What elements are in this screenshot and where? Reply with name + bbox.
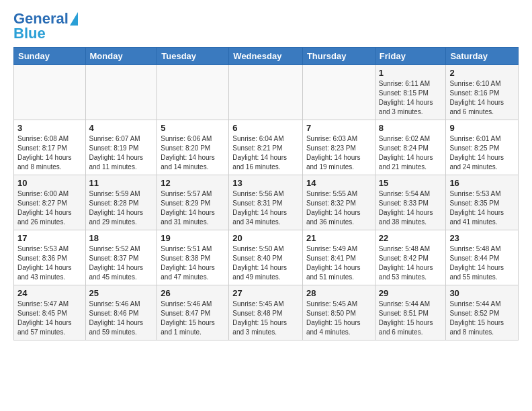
day-info: Sunrise: 5:46 AM Sunset: 8:46 PM Dayligh… [89,300,154,337]
calendar-cell: 24Sunrise: 5:47 AM Sunset: 8:45 PM Dayli… [14,285,86,340]
logo-text-blue: Blue [13,26,46,42]
day-number: 6 [232,123,299,133]
day-number: 11 [89,178,154,188]
calendar-cell: 17Sunrise: 5:53 AM Sunset: 8:36 PM Dayli… [14,230,86,285]
day-info: Sunrise: 5:57 AM Sunset: 8:29 PM Dayligh… [161,189,225,227]
calendar-cell: 27Sunrise: 5:45 AM Sunset: 8:48 PM Dayli… [229,285,303,340]
calendar-cell [157,65,229,120]
calendar-cell [302,65,375,120]
day-info: Sunrise: 5:50 AM Sunset: 8:40 PM Dayligh… [232,244,299,282]
calendar-week-row: 10Sunrise: 6:00 AM Sunset: 8:27 PM Dayli… [14,175,519,230]
day-number: 4 [89,123,154,133]
calendar-cell: 15Sunrise: 5:54 AM Sunset: 8:33 PM Dayli… [375,175,446,230]
day-info: Sunrise: 6:10 AM Sunset: 8:16 PM Dayligh… [449,79,515,117]
day-info: Sunrise: 5:46 AM Sunset: 8:47 PM Dayligh… [161,300,225,337]
calendar-cell: 22Sunrise: 5:48 AM Sunset: 8:42 PM Dayli… [375,230,446,285]
calendar-cell: 4Sunrise: 6:07 AM Sunset: 8:19 PM Daylig… [85,120,157,175]
day-number: 28 [306,288,371,298]
weekday-header-saturday: Saturday [446,48,519,65]
calendar-cell: 23Sunrise: 5:48 AM Sunset: 8:44 PM Dayli… [446,230,519,285]
calendar-table: SundayMondayTuesdayWednesdayThursdayFrid… [13,47,519,340]
day-info: Sunrise: 6:03 AM Sunset: 8:23 PM Dayligh… [306,134,371,172]
day-info: Sunrise: 5:44 AM Sunset: 8:51 PM Dayligh… [379,300,443,337]
calendar-cell: 11Sunrise: 5:59 AM Sunset: 8:28 PM Dayli… [85,175,157,230]
day-info: Sunrise: 6:01 AM Sunset: 8:25 PM Dayligh… [449,134,515,172]
calendar-cell [229,65,303,120]
weekday-header-wednesday: Wednesday [229,48,303,65]
calendar-cell [14,65,86,120]
calendar-week-row: 17Sunrise: 5:53 AM Sunset: 8:36 PM Dayli… [14,230,519,285]
calendar-cell: 26Sunrise: 5:46 AM Sunset: 8:47 PM Dayli… [157,285,229,340]
day-number: 1 [379,68,443,78]
day-number: 18 [89,233,154,243]
calendar-cell: 7Sunrise: 6:03 AM Sunset: 8:23 PM Daylig… [302,120,375,175]
calendar-cell: 20Sunrise: 5:50 AM Sunset: 8:40 PM Dayli… [229,230,303,285]
day-info: Sunrise: 6:02 AM Sunset: 8:24 PM Dayligh… [379,134,443,172]
day-info: Sunrise: 5:51 AM Sunset: 8:38 PM Dayligh… [161,244,225,282]
day-info: Sunrise: 5:59 AM Sunset: 8:28 PM Dayligh… [89,189,154,227]
calendar-cell: 16Sunrise: 5:53 AM Sunset: 8:35 PM Dayli… [446,175,519,230]
calendar-cell: 5Sunrise: 6:06 AM Sunset: 8:20 PM Daylig… [157,120,229,175]
day-info: Sunrise: 6:08 AM Sunset: 8:17 PM Dayligh… [17,134,82,172]
day-number: 3 [17,123,82,133]
day-number: 29 [379,288,443,298]
calendar-week-row: 1Sunrise: 6:11 AM Sunset: 8:15 PM Daylig… [14,65,519,120]
day-number: 8 [379,123,443,133]
day-info: Sunrise: 5:53 AM Sunset: 8:36 PM Dayligh… [17,244,82,282]
day-number: 26 [161,288,225,298]
day-info: Sunrise: 6:04 AM Sunset: 8:21 PM Dayligh… [232,134,299,172]
day-number: 19 [161,233,225,243]
calendar-header: SundayMondayTuesdayWednesdayThursdayFrid… [14,48,519,65]
day-number: 12 [161,178,225,188]
calendar-cell: 25Sunrise: 5:46 AM Sunset: 8:46 PM Dayli… [85,285,157,340]
day-info: Sunrise: 5:47 AM Sunset: 8:45 PM Dayligh… [17,300,82,337]
day-number: 14 [306,178,371,188]
day-number: 21 [306,233,371,243]
calendar-cell: 8Sunrise: 6:02 AM Sunset: 8:24 PM Daylig… [375,120,446,175]
weekday-header-friday: Friday [375,48,446,65]
weekday-row: SundayMondayTuesdayWednesdayThursdayFrid… [14,48,519,65]
day-info: Sunrise: 6:06 AM Sunset: 8:20 PM Dayligh… [161,134,225,172]
day-info: Sunrise: 5:44 AM Sunset: 8:52 PM Dayligh… [449,300,515,337]
day-number: 22 [379,233,443,243]
day-info: Sunrise: 5:54 AM Sunset: 8:33 PM Dayligh… [379,189,443,227]
day-info: Sunrise: 5:52 AM Sunset: 8:37 PM Dayligh… [89,244,154,282]
day-info: Sunrise: 6:11 AM Sunset: 8:15 PM Dayligh… [379,79,443,117]
calendar-week-row: 3Sunrise: 6:08 AM Sunset: 8:17 PM Daylig… [14,120,519,175]
day-number: 27 [232,288,299,298]
calendar-cell [85,65,157,120]
day-info: Sunrise: 5:48 AM Sunset: 8:42 PM Dayligh… [379,244,443,282]
page: General Blue SundayMondayTuesdayWednesda… [0,0,532,351]
day-number: 16 [449,178,515,188]
day-info: Sunrise: 5:45 AM Sunset: 8:48 PM Dayligh… [232,300,299,337]
calendar-cell: 3Sunrise: 6:08 AM Sunset: 8:17 PM Daylig… [14,120,86,175]
calendar-cell: 12Sunrise: 5:57 AM Sunset: 8:29 PM Dayli… [157,175,229,230]
day-info: Sunrise: 5:53 AM Sunset: 8:35 PM Dayligh… [449,189,515,227]
day-info: Sunrise: 5:49 AM Sunset: 8:41 PM Dayligh… [306,244,371,282]
day-number: 30 [449,288,515,298]
day-number: 23 [449,233,515,243]
day-number: 24 [17,288,82,298]
calendar-week-row: 24Sunrise: 5:47 AM Sunset: 8:45 PM Dayli… [14,285,519,340]
day-number: 7 [306,123,371,133]
calendar-cell: 29Sunrise: 5:44 AM Sunset: 8:51 PM Dayli… [375,285,446,340]
calendar-cell: 14Sunrise: 5:55 AM Sunset: 8:32 PM Dayli… [302,175,375,230]
day-info: Sunrise: 5:55 AM Sunset: 8:32 PM Dayligh… [306,189,371,227]
day-info: Sunrise: 6:07 AM Sunset: 8:19 PM Dayligh… [89,134,154,172]
calendar-cell: 21Sunrise: 5:49 AM Sunset: 8:41 PM Dayli… [302,230,375,285]
logo: General Blue [13,11,78,42]
calendar-body: 1Sunrise: 6:11 AM Sunset: 8:15 PM Daylig… [14,65,519,340]
day-info: Sunrise: 5:45 AM Sunset: 8:50 PM Dayligh… [306,300,371,337]
day-number: 17 [17,233,82,243]
day-number: 25 [89,288,154,298]
day-info: Sunrise: 5:48 AM Sunset: 8:44 PM Dayligh… [449,244,515,282]
day-number: 2 [449,68,515,78]
calendar-cell: 28Sunrise: 5:45 AM Sunset: 8:50 PM Dayli… [302,285,375,340]
calendar-cell: 19Sunrise: 5:51 AM Sunset: 8:38 PM Dayli… [157,230,229,285]
calendar-cell: 13Sunrise: 5:56 AM Sunset: 8:31 PM Dayli… [229,175,303,230]
calendar-cell: 2Sunrise: 6:10 AM Sunset: 8:16 PM Daylig… [446,65,519,120]
day-number: 20 [232,233,299,243]
calendar-cell: 6Sunrise: 6:04 AM Sunset: 8:21 PM Daylig… [229,120,303,175]
calendar-cell: 18Sunrise: 5:52 AM Sunset: 8:37 PM Dayli… [85,230,157,285]
calendar-cell: 10Sunrise: 6:00 AM Sunset: 8:27 PM Dayli… [14,175,86,230]
